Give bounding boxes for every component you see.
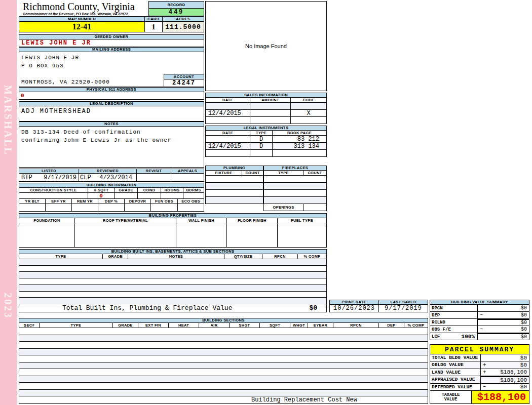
instrument-row-bookpage[interactable]: 313 134 — [273, 143, 326, 149]
sqft-label: SQFT — [260, 323, 290, 328]
fireplace-rows — [263, 176, 327, 204]
bvs-row-dep: DEP −$0 — [430, 312, 529, 319]
openings-value[interactable] — [303, 204, 326, 211]
air-label: AIR — [199, 323, 230, 328]
photo-placeholder[interactable]: No Image Found — [205, 1, 327, 91]
parcel-row-deferred: DEFERRED VALUE −$0 — [430, 384, 529, 390]
fireplace-count-label: COUNT — [303, 171, 326, 175]
legal-description-value[interactable]: ADJ MOTHERSHEAD — [19, 106, 204, 122]
builtins-type-label: TYPE — [19, 254, 103, 259]
card-value[interactable]: 1 — [145, 22, 163, 32]
map-number-value[interactable]: 12-41 — [19, 22, 145, 32]
reviewed-label: REVIEWED — [79, 169, 137, 173]
construction-style-value[interactable] — [19, 193, 88, 198]
reviewed-value[interactable]: CLP 4/23/2014 — [79, 174, 137, 181]
total-bldg-value: $0 — [520, 355, 527, 361]
notes-block[interactable]: DB 313-134 Deed of confirmation confirmi… — [19, 127, 204, 168]
map-number-label: MAP NUMBER — [19, 17, 145, 21]
cond-value[interactable] — [138, 193, 161, 198]
fuel-type-value[interactable] — [278, 223, 326, 247]
building-sections-footer: Building Replacement Cost New — [19, 396, 428, 404]
instrument-row-type[interactable] — [250, 150, 273, 156]
yrblt-label: YR BLT — [19, 199, 46, 204]
listed-value[interactable]: BTP 9/17/2019 — [19, 174, 79, 181]
deeded-owner-value[interactable]: LEWIS JOHN E JR — [19, 39, 204, 47]
sales-row-code[interactable] — [291, 117, 326, 124]
record-value[interactable]: 449 — [148, 8, 204, 16]
eyear-label: EYEAR — [308, 323, 333, 328]
instrument-row-date[interactable] — [206, 150, 250, 156]
parcel-row-total-bldg: TOTAL BLDG VALUE $0 — [430, 354, 529, 361]
dep-pct-value[interactable] — [98, 204, 125, 211]
sales-row-code[interactable]: X — [291, 110, 326, 116]
secgrade-label: GRADE — [113, 323, 138, 328]
physical-address-value[interactable]: 0 — [19, 92, 204, 100]
funobs-value[interactable] — [151, 204, 178, 211]
instrument-row-bookpage[interactable]: 83 212 — [273, 136, 326, 142]
county-title: Richmond County, Virginia — [23, 1, 149, 13]
foundation-value[interactable] — [19, 223, 75, 247]
builtins-comp-label: % COMP — [298, 254, 326, 259]
legal-instruments-label: LEGAL INSTRUMENTS — [205, 126, 327, 131]
reviewed-date: 4/23/2014 — [99, 174, 132, 181]
notes-line: DB 313-134 Deed of confirmation — [21, 128, 204, 136]
sales-row-amount[interactable] — [250, 110, 291, 116]
grade-value[interactable] — [115, 193, 138, 198]
sales-row-amount[interactable] — [250, 117, 291, 124]
building-properties-label: BUILDING PROPERTIES — [19, 213, 327, 218]
ecoobs-value[interactable] — [178, 204, 204, 211]
hsqft-value[interactable]: 0 — [88, 193, 115, 198]
built-ins-total-value: $0 — [309, 304, 317, 312]
roof-value[interactable] — [75, 223, 176, 247]
builtins-qty-label: QTY/SIZE — [224, 254, 262, 259]
effyr-label: EFF YR — [46, 199, 72, 204]
remyr-value[interactable] — [72, 204, 98, 211]
sales-row-date[interactable]: 12/4/2015 — [206, 110, 250, 116]
listed-date: 9/17/2019 — [44, 174, 77, 181]
rooms-value[interactable] — [161, 193, 183, 198]
effyr-value[interactable] — [46, 204, 72, 211]
instrument-row-type[interactable]: D — [250, 143, 273, 149]
instrument-row-bookpage[interactable] — [273, 150, 326, 156]
sales-row-date[interactable] — [206, 117, 250, 124]
mailing-address-block[interactable]: LEWIS JOHN E JR P O BOX 953 MONTROSS, VA… — [19, 52, 204, 87]
instrument-row-date[interactable] — [206, 136, 250, 142]
foundation-label: FOUNDATION — [19, 218, 75, 223]
mailing-address-label: MAILING ADDRESS — [19, 47, 204, 52]
depovr-value[interactable] — [125, 204, 151, 211]
bdrms-value[interactable] — [183, 193, 204, 198]
appeals-value[interactable] — [171, 174, 204, 181]
fireplaces-label: FIREPLACES — [263, 166, 327, 171]
roof-label: ROOF TYPE/MATERIAL — [75, 218, 176, 223]
taxable-value-row: TAXABLE VALUE $188,100 — [430, 391, 529, 404]
taxable-value: $188,100 — [472, 391, 529, 403]
obldg-value: $0 — [520, 362, 527, 368]
built-ins-label: BUILDING BUILT INS, BASEMENTS, ATTICS & … — [19, 249, 327, 254]
appraised-value: $188,100 — [500, 377, 527, 383]
bvs-rpcn-value: $0 — [521, 305, 527, 311]
wall-finish-value[interactable] — [176, 223, 227, 247]
builtins-grade-label: GRADE — [103, 254, 128, 259]
instrument-row-date[interactable]: 12/4/2015 — [206, 143, 250, 149]
parcel-row-land: LAND VALUE +$188,100 — [430, 369, 529, 376]
acres-value[interactable]: 111.5000 — [163, 22, 204, 32]
building-sections-rows — [19, 328, 428, 396]
sales-row-code[interactable] — [291, 103, 326, 109]
sales-code-label: CODE — [291, 98, 326, 102]
building-value-summary-label: BUILDING VALUE SUMMARY — [430, 300, 529, 305]
yrblt-value[interactable] — [19, 204, 46, 211]
dep-pct-label: DEP % — [98, 199, 125, 204]
bvs-obsfe-value: $0 — [521, 327, 527, 332]
parcel-summary-table: TOTAL BLDG VALUE $0 OBLDG VALUE +$0 LAND… — [430, 354, 529, 391]
floor-finish-value[interactable] — [227, 223, 278, 247]
year-sidebar: MARSHALL 2023 — [0, 0, 17, 405]
sales-row-date[interactable] — [206, 103, 250, 109]
bvs-row-obsfe: OBS F/E −$0 — [430, 326, 529, 333]
bvs-row-rpcn: RPCN $0 — [430, 305, 529, 312]
revisit-value[interactable] — [137, 174, 171, 181]
instrument-row-type[interactable]: D — [250, 136, 273, 142]
account-value[interactable]: 24247 — [164, 79, 204, 87]
secrpcn-label: RPCN — [333, 323, 379, 328]
sales-row-amount[interactable] — [250, 103, 291, 109]
seccomp-label: % COMP — [404, 323, 428, 328]
